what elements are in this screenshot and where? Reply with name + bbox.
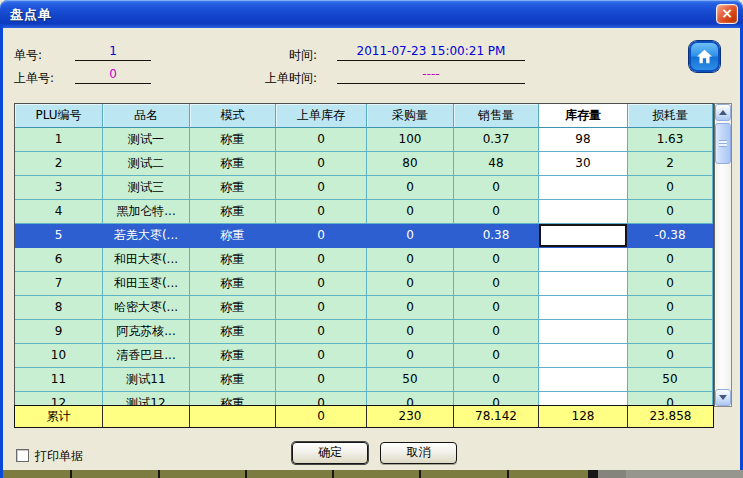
table-cell[interactable]: 4 xyxy=(15,200,103,224)
table-row-3[interactable]: 3测试三称重0000 xyxy=(15,176,713,200)
table-cell[interactable]: 0 xyxy=(276,128,367,152)
table-cell[interactable]: 50 xyxy=(367,368,454,392)
cancel-button[interactable]: 取消 xyxy=(380,442,457,464)
table-cell[interactable]: 0 xyxy=(276,152,367,176)
table-cell[interactable]: 称重 xyxy=(190,272,276,296)
scroll-down-button[interactable] xyxy=(715,389,731,406)
titlebar[interactable]: 盘点单 × xyxy=(0,0,743,28)
table-cell[interactable]: 0 xyxy=(454,320,539,344)
table-row-10[interactable]: 10清香巴旦...称重0000 xyxy=(15,344,713,368)
table-cell[interactable]: 11 xyxy=(15,368,103,392)
table-cell[interactable] xyxy=(539,296,628,320)
table-cell[interactable]: 测试一 xyxy=(103,128,190,152)
table-row-1[interactable]: 1测试一称重01000.37981.63 xyxy=(15,128,713,152)
table-cell[interactable]: 0 xyxy=(454,176,539,200)
table-cell[interactable]: 清香巴旦... xyxy=(103,344,190,368)
table-cell[interactable]: 0 xyxy=(367,176,454,200)
column-header-4[interactable]: 上单库存 xyxy=(276,104,367,128)
table-cell[interactable]: 0 xyxy=(276,176,367,200)
column-header-2[interactable]: 品名 xyxy=(103,104,190,128)
table-cell[interactable] xyxy=(539,344,628,368)
table-cell[interactable]: 0 xyxy=(454,344,539,368)
column-header-1[interactable]: PLU编号 xyxy=(15,104,103,128)
table-cell[interactable]: 和田大枣(... xyxy=(103,248,190,272)
table-cell[interactable]: 0 xyxy=(367,296,454,320)
prev-time-field[interactable]: ---- xyxy=(337,66,525,84)
table-cell[interactable]: 若羌大枣(... xyxy=(103,224,190,248)
scroll-up-button[interactable] xyxy=(715,104,731,121)
table-cell[interactable]: 0 xyxy=(276,248,367,272)
table-cell[interactable]: 0 xyxy=(628,248,713,272)
table-cell[interactable]: 测试11 xyxy=(103,368,190,392)
table-cell[interactable]: 0 xyxy=(454,200,539,224)
table-cell[interactable]: 称重 xyxy=(190,128,276,152)
table-cell[interactable] xyxy=(539,368,628,392)
table-row-8[interactable]: 8哈密大枣(...称重0000 xyxy=(15,296,713,320)
close-button[interactable]: × xyxy=(716,4,738,24)
column-header-5[interactable]: 采购量 xyxy=(367,104,454,128)
table-cell[interactable]: 称重 xyxy=(190,296,276,320)
table-cell[interactable]: 称重 xyxy=(190,176,276,200)
table-cell[interactable]: 0 xyxy=(454,272,539,296)
table-cell[interactable]: 2 xyxy=(628,152,713,176)
scrollbar-thumb[interactable] xyxy=(715,123,731,164)
column-header-7[interactable]: 库存量 xyxy=(539,104,628,128)
table-row-5[interactable]: 5若羌大枣(...称重000.38-0.38 xyxy=(15,224,713,248)
column-header-6[interactable]: 销售量 xyxy=(454,104,539,128)
stock-edit-cell[interactable] xyxy=(539,224,628,248)
table-cell[interactable]: 50 xyxy=(628,368,713,392)
table-cell[interactable]: 0 xyxy=(367,200,454,224)
table-cell[interactable]: 10 xyxy=(15,344,103,368)
table-cell[interactable]: 9 xyxy=(15,320,103,344)
table-cell[interactable]: 测试三 xyxy=(103,176,190,200)
table-cell[interactable]: 0 xyxy=(276,296,367,320)
table-cell[interactable]: 0 xyxy=(454,296,539,320)
table-cell[interactable]: 100 xyxy=(367,128,454,152)
table-cell[interactable]: 0 xyxy=(367,320,454,344)
table-cell[interactable]: 0 xyxy=(276,344,367,368)
table-cell[interactable]: 0 xyxy=(367,248,454,272)
home-button[interactable] xyxy=(689,41,720,72)
table-cell[interactable]: 0 xyxy=(454,248,539,272)
ok-button[interactable]: 确定 xyxy=(292,442,368,464)
column-header-8[interactable]: 损耗量 xyxy=(628,104,713,128)
table-cell[interactable]: 6 xyxy=(15,248,103,272)
prev-order-no-field[interactable]: 0 xyxy=(75,66,151,84)
column-header-3[interactable]: 模式 xyxy=(190,104,276,128)
table-cell[interactable]: 0 xyxy=(276,320,367,344)
table-cell[interactable]: 0.37 xyxy=(454,128,539,152)
table-cell[interactable] xyxy=(539,200,628,224)
table-cell[interactable]: 哈密大枣(... xyxy=(103,296,190,320)
table-row-4[interactable]: 4黑加仑特...称重0000 xyxy=(15,200,713,224)
table-cell[interactable]: 称重 xyxy=(190,200,276,224)
table-cell[interactable]: 0 xyxy=(628,320,713,344)
table-cell[interactable]: 0 xyxy=(367,272,454,296)
table-row-11[interactable]: 11测试11称重050050 xyxy=(15,368,713,392)
table-cell[interactable]: 1 xyxy=(15,128,103,152)
table-cell[interactable]: 0 xyxy=(628,272,713,296)
table-row-6[interactable]: 6和田大枣(...称重0000 xyxy=(15,248,713,272)
table-cell[interactable]: 测试二 xyxy=(103,152,190,176)
table-cell[interactable]: 5 xyxy=(15,224,103,248)
table-cell[interactable]: 称重 xyxy=(190,368,276,392)
table-cell[interactable] xyxy=(539,248,628,272)
table-cell[interactable]: 阿克苏核... xyxy=(103,320,190,344)
table-cell[interactable]: 黑加仑特... xyxy=(103,200,190,224)
table-cell[interactable]: 0 xyxy=(628,296,713,320)
table-cell[interactable]: 称重 xyxy=(190,224,276,248)
table-cell[interactable] xyxy=(539,320,628,344)
print-receipt-checkbox[interactable] xyxy=(16,449,29,462)
table-cell[interactable]: 0 xyxy=(276,200,367,224)
table-cell[interactable]: 1.63 xyxy=(628,128,713,152)
table-cell[interactable]: -0.38 xyxy=(628,224,713,248)
order-no-field[interactable]: 1 xyxy=(75,43,151,61)
table-cell[interactable]: 0.38 xyxy=(454,224,539,248)
table-cell[interactable]: 称重 xyxy=(190,320,276,344)
table-cell[interactable]: 和田玉枣(... xyxy=(103,272,190,296)
table-cell[interactable]: 0 xyxy=(628,344,713,368)
table-cell[interactable]: 2 xyxy=(15,152,103,176)
table-cell[interactable]: 0 xyxy=(454,368,539,392)
table-cell[interactable]: 98 xyxy=(539,128,628,152)
table-cell[interactable]: 0 xyxy=(276,224,367,248)
table-cell[interactable]: 0 xyxy=(276,368,367,392)
